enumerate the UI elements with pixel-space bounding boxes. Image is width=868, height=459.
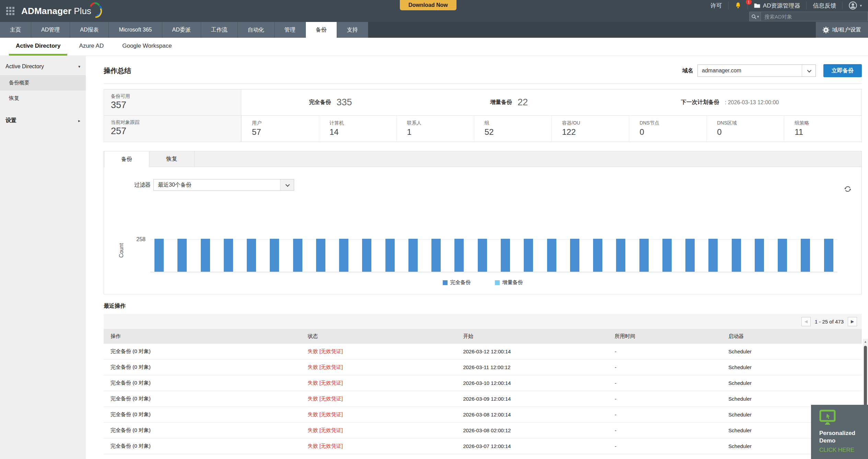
bar-13 bbox=[431, 239, 441, 272]
nav-tab-自动化[interactable]: 自动化 bbox=[238, 22, 275, 38]
domain-tenant-settings-label: 域/租户设置 bbox=[832, 26, 861, 34]
object-stat-label: 组 bbox=[485, 120, 552, 126]
table-row[interactable]: 完全备份 (0 对象)失败 [无效凭证]2026-03-08 12:00:14-… bbox=[104, 407, 862, 423]
ops-cell-initiator: Scheduler bbox=[721, 360, 862, 375]
ops-cell-status: 失败 [无效凭证] bbox=[301, 360, 456, 375]
nav-tab-主页[interactable]: 主页 bbox=[0, 22, 31, 38]
top-right-area: 许可 1 AD资源管理器 信息反馈 bbox=[704, 0, 868, 21]
page-prev-button[interactable]: ◀ bbox=[801, 317, 811, 326]
subnav-tab-Google Workspace[interactable]: Google Workspace bbox=[115, 38, 178, 56]
account-menu[interactable]: ▾ bbox=[842, 2, 868, 9]
backup-now-button[interactable]: 立即备份 bbox=[823, 64, 862, 77]
tab-backup[interactable]: 备份 bbox=[104, 151, 149, 167]
search-ad-objects-input[interactable] bbox=[761, 12, 868, 21]
tab-restore[interactable]: 恢复 bbox=[149, 151, 195, 167]
sidebar-item-备份概要[interactable]: 备份概要 bbox=[0, 75, 86, 91]
backup-available-cell: 备份可用 357 bbox=[104, 90, 241, 115]
bar-4 bbox=[224, 239, 233, 272]
object-stat-value: 122 bbox=[562, 127, 629, 137]
sidebar-group-active-directory[interactable]: Active Directory ▾ bbox=[0, 58, 86, 75]
next-backup-label: 下一次计划备份 bbox=[681, 99, 719, 106]
nav-tab-AD管理[interactable]: AD管理 bbox=[31, 22, 70, 38]
ad-explorer-link[interactable]: AD资源管理器 bbox=[748, 2, 807, 9]
table-row[interactable]: 完全备份 (0 对象)失败 [无效凭证]2026-03-07 12:00:14-… bbox=[104, 438, 862, 454]
nav-tab-工作流[interactable]: 工作流 bbox=[201, 22, 238, 38]
sidebar: Active Directory ▾ 备份概要恢复 设置 ▸ bbox=[0, 56, 86, 459]
table-row[interactable]: 完全备份 (0 对象)失败 [无效凭证]2026-03-08 02:00:12-… bbox=[104, 423, 862, 438]
license-link[interactable]: 许可 bbox=[704, 2, 728, 9]
nav-tab-备份[interactable]: 备份 bbox=[306, 22, 337, 38]
subnav-tab-Azure AD[interactable]: Azure AD bbox=[72, 38, 111, 56]
top-links: 许可 1 AD资源管理器 信息反馈 bbox=[704, 0, 868, 11]
object-stat-label: DNS节点 bbox=[639, 120, 706, 126]
page-next-button[interactable]: ▶ bbox=[848, 317, 857, 326]
table-row[interactable]: 完全备份 (0 对象)失败 [无效凭证]2026-03-09 12:00:14-… bbox=[104, 391, 862, 407]
apps-grid-icon[interactable] bbox=[6, 7, 14, 15]
nav-tab-Microsoft 365[interactable]: Microsoft 365 bbox=[109, 22, 162, 38]
legend-完全备份: 完全备份 bbox=[443, 279, 471, 286]
ops-cell-start: 2026-03-07 12:00:14 bbox=[456, 438, 608, 454]
page-title: 操作总结 bbox=[104, 66, 682, 75]
sidebar-group-label: Active Directory bbox=[5, 63, 44, 70]
bar-27 bbox=[755, 239, 764, 272]
object-stat-组策略: 组策略11 bbox=[784, 116, 861, 142]
nav-tabs: 主页AD管理AD报表Microsoft 365AD委派工作流自动化管理备份支持 bbox=[0, 22, 368, 38]
ops-cell-duration: - bbox=[608, 438, 721, 454]
nav-tab-管理[interactable]: 管理 bbox=[275, 22, 306, 38]
table-row[interactable]: 完全备份 (0 对象)失败 [无效凭证]2026-03-12 12:00:14-… bbox=[104, 344, 862, 360]
subnav-tab-Active Directory[interactable]: Active Directory bbox=[9, 38, 67, 56]
bar-2 bbox=[177, 239, 187, 272]
filter-select[interactable]: 最近30个备份 bbox=[153, 179, 294, 191]
sidebar-item-恢复[interactable]: 恢复 bbox=[0, 91, 86, 106]
personalized-demo-widget[interactable]: Personalized Demo CLICK HERE bbox=[811, 405, 868, 459]
chart-body: 过滤器 最近30个备份 bbox=[104, 167, 861, 294]
table-row[interactable]: 完全备份 (0 对象)失败 [无效凭证]2026-03-06 12:00:14-… bbox=[104, 454, 862, 459]
refresh-icon bbox=[844, 186, 851, 192]
bar-22 bbox=[639, 239, 649, 272]
bar-1 bbox=[154, 239, 164, 272]
object-stat-DNS节点: DNS节点0 bbox=[629, 116, 706, 142]
bar-9 bbox=[339, 239, 348, 272]
ops-cell-op: 完全备份 (0 对象) bbox=[104, 344, 301, 360]
summary-header: 操作总结 域名 admanager.com 立即备份 bbox=[104, 56, 862, 84]
sidebar-settings-label: 设置 bbox=[5, 117, 16, 124]
sidebar-items: 备份概要恢复 bbox=[0, 75, 86, 106]
bar-12 bbox=[408, 239, 418, 272]
object-stat-value: 14 bbox=[329, 127, 396, 137]
refresh-button[interactable] bbox=[844, 186, 851, 194]
sidebar-item-settings[interactable]: 设置 ▸ bbox=[0, 111, 86, 130]
search-scope-button[interactable]: ▾ bbox=[749, 12, 761, 21]
app-logo[interactable]: ADManager Plus bbox=[21, 6, 91, 16]
table-row[interactable]: 完全备份 (0 对象)失败 [无效凭证]2026-03-11 12:00:12-… bbox=[104, 360, 862, 375]
domain-select[interactable]: admanager.com bbox=[697, 64, 816, 77]
object-stat-DNS区域: DNS区域0 bbox=[706, 116, 784, 142]
object-stat-value: 0 bbox=[639, 127, 706, 137]
recent-ops-table: 操作状态开始所用时间启动器 完全备份 (0 对象)失败 [无效凭证]2026-0… bbox=[104, 329, 862, 459]
domain-tenant-settings-button[interactable]: 域/租户设置 bbox=[816, 22, 868, 38]
backup-available-value: 357 bbox=[111, 100, 234, 110]
bar-28 bbox=[778, 239, 787, 272]
ops-cell-status: 失败 [无效凭证] bbox=[301, 438, 456, 454]
filter-row: 过滤器 最近30个备份 bbox=[134, 176, 851, 194]
incr-backup-label: 增量备份 bbox=[490, 99, 512, 106]
scrollbar-up-arrow[interactable]: ▲ bbox=[863, 339, 868, 344]
feedback-link[interactable]: 信息反馈 bbox=[806, 2, 842, 9]
notifications-button[interactable]: 1 bbox=[728, 2, 748, 9]
recent-ops-title: 最近操作 bbox=[104, 303, 862, 310]
ops-cell-op: 完全备份 (0 对象) bbox=[104, 454, 301, 459]
ops-cell-op: 完全备份 (0 对象) bbox=[104, 360, 301, 375]
bar-16 bbox=[501, 239, 510, 272]
admanager-plus-page: ADManager Plus Download Now 许可 bbox=[0, 0, 868, 459]
y-axis-label: Count bbox=[119, 243, 125, 258]
bell-icon bbox=[735, 2, 741, 9]
download-now-button[interactable]: Download Now bbox=[400, 0, 456, 10]
nav-tab-AD委派[interactable]: AD委派 bbox=[162, 22, 201, 38]
ops-cell-initiator: Scheduler bbox=[721, 344, 862, 360]
table-row[interactable]: 完全备份 (0 对象)失败 [无效凭证]2026-03-10 12:00:14-… bbox=[104, 375, 862, 391]
bar-10 bbox=[362, 239, 371, 272]
feedback-label: 信息反馈 bbox=[813, 2, 836, 10]
demo-click-here[interactable]: CLICK HERE bbox=[819, 447, 868, 454]
nav-tab-支持[interactable]: 支持 bbox=[337, 22, 368, 38]
nav-tab-AD报表[interactable]: AD报表 bbox=[70, 22, 109, 38]
ops-cell-duration: - bbox=[608, 423, 721, 438]
